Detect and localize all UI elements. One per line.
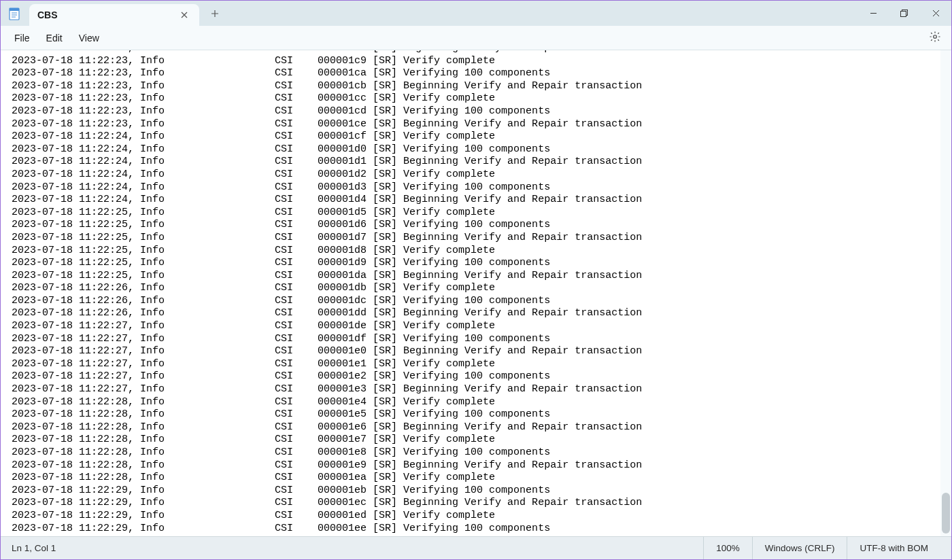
status-line-ending[interactable]: Windows (CRLF) [752, 537, 847, 559]
menu-file[interactable]: File [6, 29, 38, 48]
new-tab-button[interactable] [203, 3, 226, 24]
tab-cbs[interactable]: CBS [29, 4, 199, 26]
menubar: File Edit View [1, 26, 951, 50]
gear-icon [929, 31, 941, 46]
statusbar: Ln 1, Col 1 100% Windows (CRLF) UTF-8 wi… [1, 536, 951, 559]
tab-strip: CBS [29, 1, 226, 26]
tab-close-button[interactable] [177, 8, 191, 22]
notepad-app-icon [7, 7, 21, 20]
status-zoom[interactable]: 100% [703, 537, 752, 559]
window-controls [857, 1, 951, 26]
svg-rect-7 [901, 11, 906, 16]
menu-edit[interactable]: Edit [38, 29, 71, 48]
close-button[interactable] [920, 1, 951, 26]
editor-area[interactable]: 2023-07-18 11:22:22, Info CSI 000001c8 [… [1, 50, 951, 536]
svg-rect-1 [10, 8, 19, 11]
titlebar: CBS [1, 1, 951, 26]
minimize-button[interactable] [857, 1, 889, 26]
menu-view[interactable]: View [71, 29, 107, 48]
status-position[interactable]: Ln 1, Col 1 [12, 543, 703, 553]
maximize-button[interactable] [889, 1, 920, 26]
settings-button[interactable] [924, 27, 946, 49]
editor-text-content[interactable]: 2023-07-18 11:22:22, Info CSI 000001c8 [… [1, 50, 951, 535]
tab-title: CBS [37, 10, 177, 20]
status-encoding[interactable]: UTF-8 with BOM [847, 537, 940, 559]
svg-point-8 [934, 35, 937, 38]
titlebar-left [1, 1, 21, 26]
vertical-scrollbar[interactable] [940, 50, 951, 536]
scrollbar-thumb[interactable] [942, 493, 950, 533]
